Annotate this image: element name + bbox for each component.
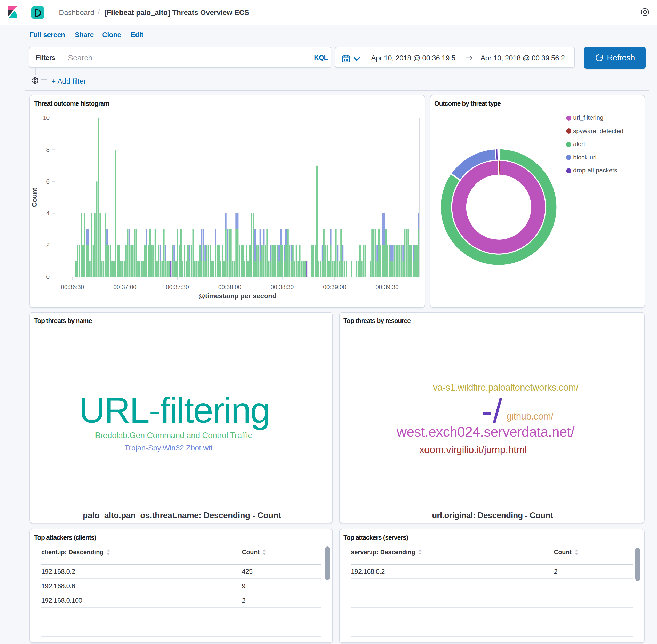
svg-text:@timestamp per second: @timestamp per second <box>199 292 276 300</box>
svg-text:00:38:00: 00:38:00 <box>218 284 242 291</box>
svg-text:00:38:30: 00:38:30 <box>271 284 294 291</box>
svg-text:8: 8 <box>46 146 49 153</box>
svg-text:0: 0 <box>46 274 49 280</box>
svg-text:6: 6 <box>46 178 49 185</box>
svg-text:00:39:00: 00:39:00 <box>323 284 346 291</box>
svg-text:00:37:00: 00:37:00 <box>113 284 137 291</box>
svg-text:10: 10 <box>43 115 49 121</box>
svg-text:00:36:30: 00:36:30 <box>61 284 84 291</box>
svg-text:Count: Count <box>30 188 38 207</box>
svg-text:00:39:30: 00:39:30 <box>376 284 399 291</box>
svg-text:2: 2 <box>46 242 49 249</box>
svg-text:4: 4 <box>46 210 49 217</box>
svg-text:00:37:30: 00:37:30 <box>166 284 189 291</box>
